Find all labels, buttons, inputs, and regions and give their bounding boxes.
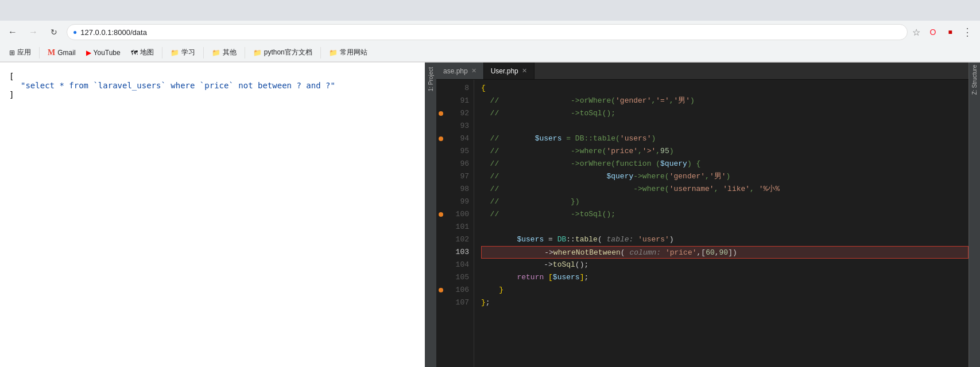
json-value: "select * from `laravel_users` where `pr…: [21, 81, 335, 90]
browser-chrome: ← → ↻ ● 127.0.0.1:8000/data ☆ O ■ ⋮ ⊞ 应用…: [0, 0, 980, 63]
gutter: [436, 80, 446, 367]
line-num-91: 91: [446, 95, 474, 107]
bookmark-youtube[interactable]: ▶ YouTube: [82, 48, 125, 58]
structure-label[interactable]: Z: Structure: [970, 63, 979, 97]
gutter-96: [436, 158, 446, 170]
gutter-105: [436, 271, 446, 284]
folder-icon: 📁: [171, 49, 179, 57]
code-area: 8 91 92 93 94 95 96 97 98 99 100 101 102…: [436, 80, 969, 367]
gutter-8: [436, 82, 446, 95]
tab-user-close[interactable]: ✕: [522, 67, 527, 75]
code-line-105: return [$users];: [481, 271, 969, 284]
folder-icon-2: 📁: [212, 49, 220, 57]
gutter-99: [436, 196, 446, 208]
extension-icon[interactable]: ■: [942, 24, 958, 40]
gutter-92: [436, 107, 446, 120]
code-line-104: ->toSql();: [481, 259, 969, 271]
code-lines[interactable]: { // ->orWhere('gender','=','男') // ->to…: [474, 80, 969, 367]
maps-icon: 🗺: [131, 49, 138, 57]
tab-user-php[interactable]: User.php ✕: [484, 63, 534, 79]
line-num-98: 98: [446, 183, 474, 196]
tab-database-php[interactable]: ase.php ✕: [436, 63, 484, 79]
gutter-98: [436, 183, 446, 196]
apps-icon: ⊞: [9, 49, 15, 57]
folder-icon-4: 📁: [329, 49, 338, 57]
code-line-94: // $users = DB::table('users'): [481, 132, 969, 145]
project-label[interactable]: 1: Project: [427, 65, 435, 93]
lock-icon: ●: [73, 28, 77, 36]
code-line-8: {: [481, 82, 969, 95]
bookmark-other[interactable]: 📁 其他: [207, 46, 241, 58]
code-line-92: // ->toSql();: [481, 107, 969, 120]
opera-icon[interactable]: O: [925, 24, 941, 40]
line-num-100: 100: [446, 208, 474, 221]
bookmark-maps[interactable]: 🗺 地图: [126, 46, 158, 58]
tab-user-label: User.php: [491, 67, 518, 75]
project-sidebar: 1: Project: [425, 63, 436, 367]
json-close-bracket: ]: [9, 90, 416, 99]
gutter-97: [436, 170, 446, 183]
bookmark-separator-3: [203, 47, 204, 58]
bookmark-separator-4: [245, 47, 245, 58]
line-numbers: 8 91 92 93 94 95 96 97 98 99 100 101 102…: [446, 80, 474, 367]
code-line-100: // ->toSql();: [481, 208, 969, 221]
gutter-103: [436, 246, 446, 259]
bookmark-separator-5: [320, 47, 321, 58]
menu-icon[interactable]: ⋮: [959, 24, 975, 40]
code-line-103: ->whereNotBetween( column: 'price',[60,9…: [481, 246, 969, 259]
line-num-102: 102: [446, 233, 474, 246]
line-num-107: 107: [446, 296, 474, 309]
code-line-97: // $query->where('gender','男'): [481, 170, 969, 183]
reload-button[interactable]: ↻: [46, 24, 62, 40]
code-line-99: // }): [481, 196, 969, 208]
tab-database-label: ase.php: [443, 67, 468, 75]
gmail-icon: M: [48, 48, 55, 57]
tab-database-close[interactable]: ✕: [471, 67, 477, 75]
editor-tabs: ase.php ✕ User.php ✕: [436, 63, 969, 80]
youtube-icon: ▶: [86, 49, 91, 57]
bookmark-common[interactable]: 📁 常用网站: [324, 46, 372, 58]
tab-bar: [0, 0, 980, 21]
gutter-107: [436, 296, 446, 309]
bookmarks-bar: ⊞ 应用 M Gmail ▶ YouTube 🗺 地图 📁 学习 📁 其他 📁: [0, 44, 980, 62]
code-line-107: };: [481, 296, 969, 309]
bookmark-python[interactable]: 📁 python官方文档: [249, 46, 317, 58]
json-string-line: "select * from `laravel_users` where `pr…: [9, 81, 416, 90]
code-line-101: [481, 221, 969, 233]
gutter-mark-106: [439, 288, 443, 292]
code-line-102: $users = DB::table( table: 'users'): [481, 233, 969, 246]
gutter-95: [436, 145, 446, 158]
line-num-93: 93: [446, 120, 474, 132]
address-box[interactable]: ● 127.0.0.1:8000/data: [67, 24, 908, 40]
folder-icon-3: 📁: [253, 49, 262, 57]
gutter-mark-94: [439, 136, 443, 141]
json-output: [ "select * from `laravel_users` where `…: [9, 72, 416, 99]
gutter-91: [436, 95, 446, 107]
line-num-105: 105: [446, 271, 474, 284]
json-open-bracket: [: [9, 72, 416, 81]
line-num-8: 8: [446, 82, 474, 95]
editor-area: ase.php ✕ User.php ✕: [436, 63, 969, 367]
bookmark-apps[interactable]: ⊞ 应用: [5, 46, 36, 58]
browser-content: [ "select * from `laravel_users` where `…: [0, 63, 425, 367]
line-num-94: 94: [446, 132, 474, 145]
line-num-106: 106: [446, 284, 474, 296]
gutter-93: [436, 120, 446, 132]
line-num-103: 103: [446, 246, 474, 259]
code-line-91: // ->orWhere('gender','=','男'): [481, 95, 969, 107]
bookmark-gmail[interactable]: M Gmail: [43, 47, 80, 58]
code-line-95: // ->where('price','>',95): [481, 145, 969, 158]
gutter-mark-100: [439, 212, 443, 217]
line-num-96: 96: [446, 158, 474, 170]
gutter-mark-92: [439, 111, 443, 116]
back-button[interactable]: ←: [5, 24, 21, 40]
bookmark-study[interactable]: 📁 学习: [166, 46, 200, 58]
code-line-98: // ->where('username', 'like', '%小%: [481, 183, 969, 196]
gutter-100: [436, 208, 446, 221]
line-num-104: 104: [446, 259, 474, 271]
forward-button[interactable]: →: [25, 24, 41, 40]
url-text: 127.0.0.1:8000/data: [80, 28, 147, 37]
bookmark-star-button[interactable]: ☆: [912, 27, 920, 38]
line-num-97: 97: [446, 170, 474, 183]
code-line-106: }: [481, 284, 969, 296]
